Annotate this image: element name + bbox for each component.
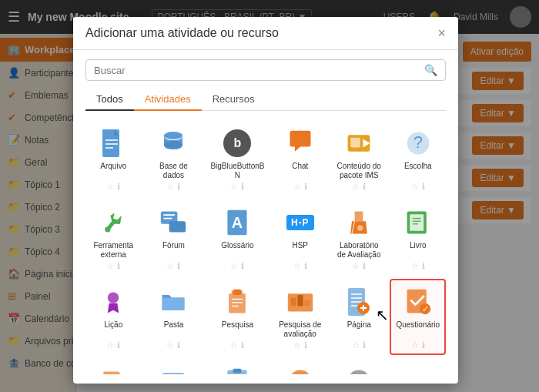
svg-point-6 <box>164 141 182 149</box>
grid-item-wiki[interactable]: W Wiki ☆ ℹ <box>331 358 387 374</box>
ferramenta-star[interactable]: ☆ <box>106 261 114 271</box>
grid-item-licao[interactable]: Lição ☆ ℹ <box>85 279 142 355</box>
tarefa-icon <box>222 366 253 374</box>
search-bar: 🔍 <box>85 59 446 81</box>
grid-item-base-dados[interactable]: Base de dados ☆ ℹ <box>145 120 203 196</box>
questionario-info[interactable]: ℹ <box>422 340 425 350</box>
grid-item-pesquisa[interactable]: Pesquisa ☆ ℹ <box>206 279 269 355</box>
bbb-star[interactable]: ☆ <box>230 182 238 192</box>
pagina-item-info[interactable]: ℹ <box>363 340 366 350</box>
grid-item-escolha[interactable]: ? Escolha ☆ ℹ <box>390 120 446 196</box>
svg-rect-14 <box>169 221 186 232</box>
pesquisa-actions: ☆ ℹ <box>230 340 244 350</box>
grid-item-scorm[interactable]: SCORM SCORM/AICC ☆ ℹ <box>145 358 203 374</box>
escolha-info[interactable]: ℹ <box>422 182 425 192</box>
arquivo-star[interactable]: ☆ <box>106 182 114 192</box>
livro-icon <box>403 207 434 238</box>
pesquisa-aval-star[interactable]: ☆ <box>293 340 301 350</box>
tabs: Todos Atividades Recursos <box>85 89 446 111</box>
bbb-actions: ☆ ℹ <box>230 182 244 192</box>
grid-item-pesquisa-aval[interactable]: Pesquisa de avaliação ☆ ℹ <box>272 279 328 355</box>
grid-item-chat[interactable]: Chat ☆ ℹ <box>272 120 328 196</box>
tab-recursos[interactable]: Recursos <box>202 89 266 111</box>
grid-item-pasta[interactable]: Pasta ☆ ℹ <box>145 279 203 355</box>
pasta-info[interactable]: ℹ <box>177 340 180 350</box>
grid-item-pagina-item[interactable]: Página ☆ ℹ <box>331 279 387 355</box>
bbb-label: BigBlueButtonB N <box>210 162 264 180</box>
svg-text:?: ? <box>413 132 423 152</box>
escolha-star[interactable]: ☆ <box>411 182 419 192</box>
forum-info[interactable]: ℹ <box>177 261 180 271</box>
livro-info[interactable]: ℹ <box>422 261 425 271</box>
chat-actions: ☆ ℹ <box>293 182 307 192</box>
svg-point-27 <box>108 292 119 303</box>
svg-point-21 <box>357 226 363 231</box>
chat-icon <box>285 128 316 159</box>
pagina-item-star[interactable]: ☆ <box>352 340 360 350</box>
modal-title: Adicionar uma atividade ou recurso <box>85 26 279 40</box>
ferramenta-info[interactable]: ℹ <box>117 261 120 271</box>
items-grid: Arquivo ☆ ℹ Base de dados ☆ ℹ <box>85 120 446 374</box>
questionario-label: Questionário <box>396 320 440 339</box>
chat-label: Chat <box>292 162 308 180</box>
ferramenta-actions: ☆ ℹ <box>106 261 120 271</box>
tab-todos[interactable]: Todos <box>85 89 134 111</box>
base-dados-info[interactable]: ℹ <box>177 182 180 192</box>
grid-item-rotulo[interactable]: Rótulo ☆ ℹ <box>85 358 142 374</box>
pagina-item-icon <box>343 286 374 317</box>
livro-star[interactable]: ☆ <box>411 261 419 271</box>
ims-star[interactable]: ☆ <box>352 182 360 192</box>
pasta-star[interactable]: ☆ <box>166 340 174 350</box>
base-dados-star[interactable]: ☆ <box>166 182 174 192</box>
ferramenta-icon <box>98 207 129 238</box>
hsp-info[interactable]: ℹ <box>304 261 307 271</box>
forum-star[interactable]: ☆ <box>166 261 174 271</box>
licao-star[interactable]: ☆ <box>106 340 114 350</box>
pesquisa-aval-info[interactable]: ℹ <box>304 340 307 350</box>
hsp-actions: ☆ ℹ <box>293 261 307 271</box>
arquivo-info[interactable]: ℹ <box>117 182 120 192</box>
pesquisa-info[interactable]: ℹ <box>241 340 244 350</box>
svg-rect-23 <box>410 214 424 231</box>
grid-item-tarefa[interactable]: Tarefa ☆ ℹ <box>206 358 269 374</box>
grid-item-lab[interactable]: Laboratório de Avaliação ☆ ℹ <box>331 199 387 276</box>
grid-item-questionario[interactable]: ✓ Questionário ☆ ℹ <box>390 279 446 355</box>
svg-rect-19 <box>355 212 363 222</box>
search-input[interactable] <box>94 65 424 76</box>
hsp-star[interactable]: ☆ <box>293 261 301 271</box>
tab-atividades[interactable]: Atividades <box>134 89 202 111</box>
modal-header: Adicionar uma atividade ou recurso × <box>73 17 458 50</box>
licao-label: Lição <box>104 320 122 339</box>
svg-rect-36 <box>304 300 310 306</box>
chat-star[interactable]: ☆ <box>293 182 301 192</box>
escolha-label: Escolha <box>404 162 432 180</box>
grid-item-ims[interactable]: Conteúdo do pacote IMS ☆ ℹ <box>331 120 387 196</box>
licao-info[interactable]: ℹ <box>117 340 120 350</box>
lab-star[interactable]: ☆ <box>352 261 360 271</box>
grid-item-hsp[interactable]: H-P HSP ☆ ℹ <box>272 199 328 276</box>
wiki-icon: W <box>343 366 374 374</box>
bbb-info[interactable]: ℹ <box>241 182 244 192</box>
grid-item-ferramenta[interactable]: Ferramenta externa ☆ ℹ <box>85 199 142 276</box>
grid-item-arquivo[interactable]: Arquivo ☆ ℹ <box>85 120 142 196</box>
svg-rect-28 <box>162 298 185 310</box>
pagina-item-actions: ☆ ℹ <box>352 340 366 350</box>
pesquisa-star[interactable]: ☆ <box>230 340 238 350</box>
glossario-star[interactable]: ☆ <box>230 261 238 271</box>
questionario-star[interactable]: ☆ <box>411 340 419 350</box>
grid-item-glossario[interactable]: A Glossário ☆ ℹ <box>206 199 269 276</box>
modal-close-button[interactable]: × <box>437 26 446 40</box>
grid-item-forum[interactable]: Fórum ☆ ℹ <box>145 199 203 276</box>
glossario-info[interactable]: ℹ <box>241 261 244 271</box>
grid-item-url[interactable]: URL ☆ ℹ <box>272 358 328 374</box>
pasta-actions: ☆ ℹ <box>166 340 180 350</box>
grid-item-bbb[interactable]: b BigBlueButtonB N ☆ ℹ <box>206 120 269 196</box>
pesquisa-aval-icon <box>285 286 316 317</box>
licao-icon <box>98 286 129 317</box>
grid-item-livro[interactable]: Livro ☆ ℹ <box>390 199 446 276</box>
lab-info[interactable]: ℹ <box>363 261 366 271</box>
ims-info[interactable]: ℹ <box>363 182 366 192</box>
rotulo-icon <box>98 366 129 374</box>
url-icon <box>285 366 316 374</box>
chat-info[interactable]: ℹ <box>304 182 307 192</box>
